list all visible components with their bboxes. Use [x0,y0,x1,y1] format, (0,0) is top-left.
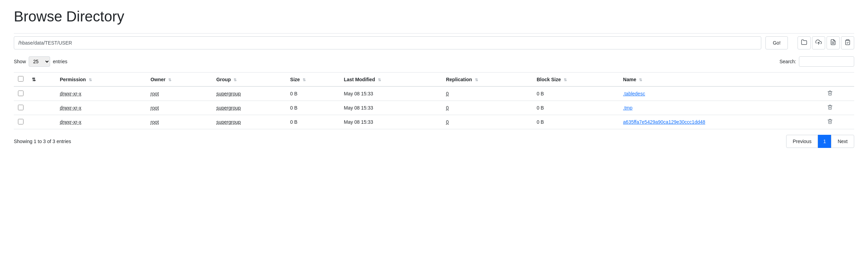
sort-size-icon: ⇅ [303,78,306,82]
permission-link[interactable]: drwxr-xr-x [60,105,81,111]
row-checkbox[interactable] [18,119,23,124]
th-checkbox [14,73,28,87]
name-link[interactable]: .tabledesc [623,91,645,96]
row-group: supergroup [212,86,286,101]
file-icon-button[interactable] [827,36,840,49]
owner-link[interactable]: root [151,119,159,125]
row-checkbox[interactable] [18,105,23,110]
svg-rect-3 [847,40,849,41]
action-icons [798,36,854,49]
permission-link[interactable]: drwxr-xr-x [60,119,81,125]
path-bar: Go! [14,33,854,49]
th-name[interactable]: Name ⇅ [619,73,823,87]
sort-blocksize-icon: ⇅ [564,78,567,82]
file-icon [830,39,836,47]
path-input[interactable] [14,36,761,49]
th-owner[interactable]: Owner ⇅ [146,73,212,87]
row-index-cell [28,86,56,101]
row-name: .tabledesc [619,86,823,101]
delete-icon[interactable] [827,105,833,111]
replication-link[interactable]: 0 [446,119,449,125]
replication-link[interactable]: 0 [446,91,449,96]
select-all-checkbox[interactable] [18,76,23,82]
paste-icon [845,39,851,47]
directory-table: ⇅ Permission ⇅ Owner ⇅ Group ⇅ Size ⇅ La… [14,72,854,129]
owner-link[interactable]: root [151,105,159,111]
paste-icon-button[interactable] [841,36,854,49]
row-last-modified: May 08 15:33 [340,101,442,115]
row-block-size: 0 B [533,115,619,129]
upload-icon [815,39,822,47]
next-button[interactable]: Next [831,135,854,148]
permission-link[interactable]: drwxr-xr-x [60,91,81,96]
row-delete-cell [823,86,854,101]
search-label: Search: [780,59,796,64]
row-checkbox[interactable] [18,91,23,96]
folder-icon-button[interactable] [798,36,811,49]
group-link[interactable]: supergroup [216,105,241,111]
sort-replication-icon: ⇅ [475,78,478,82]
th-actions [823,73,854,87]
sort-lastmod-icon: ⇅ [378,78,381,82]
search-box: Search: [780,56,854,67]
row-replication: 0 [442,101,532,115]
row-delete-cell [823,101,854,115]
row-last-modified: May 08 15:33 [340,86,442,101]
name-link[interactable]: a635ffa7e5429a90ca129e30ccc1dd48 [623,119,705,125]
th-size[interactable]: Size ⇅ [286,73,340,87]
row-permission: drwxr-xr-x [56,86,146,101]
showing-text: Showing 1 to 3 of 3 entries [14,139,71,144]
row-index-cell [28,101,56,115]
page-title: Browse Directory [14,8,854,25]
delete-icon[interactable] [827,119,833,125]
th-last-modified[interactable]: Last Modified ⇅ [340,73,442,87]
previous-button[interactable]: Previous [786,135,818,148]
name-link[interactable]: .tmp [623,105,632,111]
group-link[interactable]: supergroup [216,119,241,125]
row-size: 0 B [286,115,340,129]
table-row: drwxr-xr-x root supergroup 0 B May 08 15… [14,101,854,115]
delete-icon[interactable] [827,91,833,97]
row-size: 0 B [286,86,340,101]
folder-icon [801,39,807,47]
row-delete-cell [823,115,854,129]
row-name: a635ffa7e5429a90ca129e30ccc1dd48 [619,115,823,129]
row-owner: root [146,101,212,115]
row-owner: root [146,115,212,129]
sort-arrows-icon: ⇅ [32,77,36,82]
th-replication[interactable]: Replication ⇅ [442,73,532,87]
row-size: 0 B [286,101,340,115]
go-button[interactable]: Go! [765,36,788,49]
sort-owner-icon: ⇅ [168,78,171,82]
row-block-size: 0 B [533,86,619,101]
row-replication: 0 [442,115,532,129]
show-entries: Show 10 25 50 100 entries [14,56,67,67]
row-group: supergroup [212,115,286,129]
upload-icon-button[interactable] [812,36,825,49]
footer-row: Showing 1 to 3 of 3 entries Previous 1 N… [14,135,854,148]
sort-group-icon: ⇅ [233,78,237,82]
row-replication: 0 [442,86,532,101]
th-block-size[interactable]: Block Size ⇅ [533,73,619,87]
row-owner: root [146,86,212,101]
entries-select[interactable]: 10 25 50 100 [29,56,50,67]
owner-link[interactable]: root [151,91,159,96]
table-row: drwxr-xr-x root supergroup 0 B May 08 15… [14,86,854,101]
pagination: Previous 1 Next [786,135,854,148]
th-group[interactable]: Group ⇅ [212,73,286,87]
entries-label: entries [53,59,67,64]
search-input[interactable] [799,56,854,67]
replication-link[interactable]: 0 [446,105,449,111]
row-permission: drwxr-xr-x [56,101,146,115]
row-last-modified: May 08 15:33 [340,115,442,129]
sort-name-icon: ⇅ [639,78,642,82]
page-number[interactable]: 1 [818,135,831,148]
show-label: Show [14,59,26,64]
group-link[interactable]: supergroup [216,91,241,96]
th-permission[interactable]: Permission ⇅ [56,73,146,87]
table-row: drwxr-xr-x root supergroup 0 B May 08 15… [14,115,854,129]
row-block-size: 0 B [533,101,619,115]
sort-permission-icon: ⇅ [89,78,92,82]
th-sort[interactable]: ⇅ [28,73,56,87]
row-group: supergroup [212,101,286,115]
